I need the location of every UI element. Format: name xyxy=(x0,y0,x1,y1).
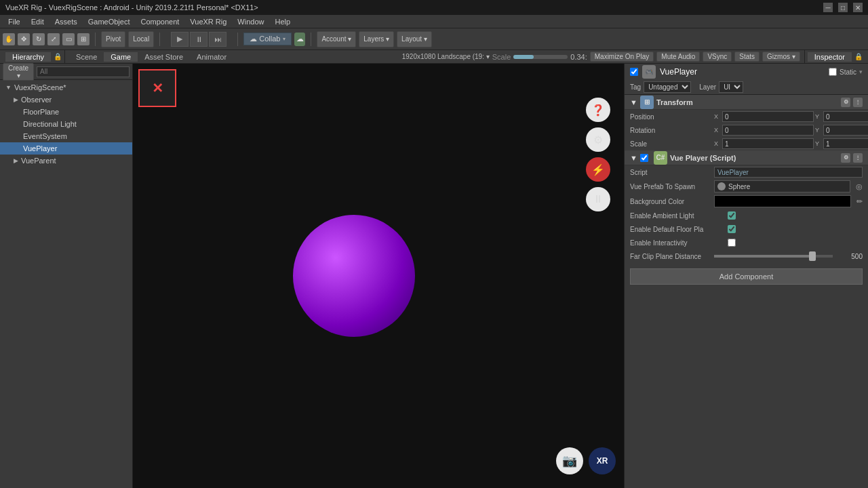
scene-resolution: 1920x1080 Landscape (19: ▾ xyxy=(402,53,490,60)
vue-player-settings-icon[interactable]: ⚙ xyxy=(841,153,850,163)
collab-label: ☁ Collab xyxy=(250,35,280,43)
color-picker-icon[interactable]: ✏ xyxy=(856,197,863,206)
move-tool-icon[interactable]: ✥ xyxy=(18,33,30,45)
hierarchy-item-eventsystem[interactable]: EventSystem xyxy=(0,130,132,142)
vue-player-section-header[interactable]: ▼ C# Vue Player (Script) ⚙ ⋮ xyxy=(625,150,868,165)
account-button[interactable]: Account ▾ xyxy=(317,31,356,47)
vue-player-expand-icon: ▼ xyxy=(630,154,637,162)
hierarchy-lock-icon[interactable]: 🔒 xyxy=(54,53,62,60)
inspector-lock-icon[interactable]: 🔒 xyxy=(854,53,863,60)
hierarchy-search-input[interactable] xyxy=(37,66,130,77)
play-button[interactable]: ▶ xyxy=(171,32,189,47)
far-clip-row: Far Clip Plane Distance 500 xyxy=(625,249,868,263)
local-button[interactable]: Local xyxy=(128,31,154,47)
gizmos-button[interactable]: Gizmos ▾ xyxy=(762,52,800,62)
menu-edit[interactable]: Edit xyxy=(26,16,50,27)
hierarchy-item-vueplayer[interactable]: VuePlayer xyxy=(0,142,132,155)
transform-section-header[interactable]: ▼ ⊞ Transform ⚙ ⋮ xyxy=(625,95,868,110)
script-input[interactable] xyxy=(714,167,863,178)
ambient-light-checkbox[interactable] xyxy=(728,211,736,220)
menu-gameobject[interactable]: GameObject xyxy=(83,16,136,27)
menu-vuexr[interactable]: VueXR Rig xyxy=(184,16,232,27)
scale-tool-icon[interactable]: ⤢ xyxy=(47,33,60,45)
slider-thumb[interactable] xyxy=(809,251,816,261)
static-container: Static ▾ xyxy=(829,68,863,76)
menu-file[interactable]: File xyxy=(3,16,26,27)
selected-object-thumbnail[interactable]: ✕ xyxy=(138,69,176,107)
close-button[interactable]: ✕ xyxy=(853,3,863,12)
scene-canvas[interactable]: ✕ ❓ ⚙ ⚡ ⏸ 📷 XR xyxy=(133,64,624,488)
maximize-button[interactable]: □ xyxy=(838,3,848,12)
tab-hierarchy[interactable]: Hierarchy xyxy=(5,52,51,62)
rotation-label: Rotation xyxy=(630,127,711,134)
menu-window[interactable]: Window xyxy=(232,16,269,27)
layers-label: Layers ▾ xyxy=(363,35,389,43)
object-active-checkbox[interactable] xyxy=(630,68,638,76)
help-button[interactable]: ❓ xyxy=(586,98,610,122)
static-checkbox[interactable] xyxy=(829,68,837,76)
inspector-tag-row: Tag Untagged Layer UI xyxy=(625,80,868,95)
mute-audio-button[interactable]: Mute Audio xyxy=(656,52,700,62)
position-x-input[interactable] xyxy=(722,111,814,122)
static-dropdown[interactable]: ▾ xyxy=(859,68,863,75)
hierarchy-item-vueparent[interactable]: ▶ VueParent xyxy=(0,155,132,167)
add-component-button[interactable]: Add Component xyxy=(630,268,863,285)
tag-select[interactable]: Untagged xyxy=(644,81,691,93)
floorplane-label: FloorPlane xyxy=(14,108,59,116)
menu-component[interactable]: Component xyxy=(135,16,184,27)
transform-overflow-icon[interactable]: ⋮ xyxy=(853,98,863,107)
layer-select[interactable]: UI xyxy=(719,81,743,93)
pivot-button[interactable]: Pivot xyxy=(101,31,125,47)
pause-button[interactable]: ⏸ xyxy=(190,32,208,47)
separator3 xyxy=(237,33,238,46)
vsync-button[interactable]: VSync xyxy=(703,52,732,62)
default-floor-checkbox[interactable] xyxy=(728,225,736,233)
sphere-object xyxy=(293,215,415,337)
pause-overlay-button[interactable]: ⏸ xyxy=(586,187,610,211)
camera-button[interactable]: 📷 xyxy=(556,447,583,474)
scale-y-input[interactable] xyxy=(823,138,868,149)
transform-tool-icon[interactable]: ⊞ xyxy=(77,33,90,45)
hierarchy-item-floorplane[interactable]: FloorPlane xyxy=(0,106,132,118)
stats-button[interactable]: Stats xyxy=(734,52,760,62)
vue-player-overflow-icon[interactable]: ⋮ xyxy=(853,153,863,163)
rotate-tool-icon[interactable]: ↻ xyxy=(33,33,45,45)
layout-button[interactable]: Layout ▾ xyxy=(397,31,432,47)
scale-x-input[interactable] xyxy=(722,138,814,149)
settings-button[interactable]: ⚙ xyxy=(586,127,610,152)
tab-game[interactable]: Game xyxy=(104,52,138,62)
rotation-x-input[interactable] xyxy=(722,125,814,136)
rect-tool-icon[interactable]: ▭ xyxy=(62,33,75,45)
minimize-button[interactable]: ─ xyxy=(823,3,833,12)
tab-inspector[interactable]: Inspector xyxy=(808,52,852,62)
tab-animator[interactable]: Animator xyxy=(190,52,233,62)
hierarchy-item-observer[interactable]: ▶ Observer xyxy=(0,94,132,106)
hierarchy-toolbar: Create ▾ xyxy=(0,64,132,80)
hierarchy-create-button[interactable]: Create ▾ xyxy=(3,63,34,81)
interactivity-checkbox[interactable] xyxy=(728,239,736,247)
prefab-field[interactable]: Sphere xyxy=(714,180,850,192)
step-button[interactable]: ⏭ xyxy=(209,32,226,47)
tab-asset-store[interactable]: Asset Store xyxy=(138,52,190,62)
hierarchy-item-directional-light[interactable]: Directional Light xyxy=(0,118,132,130)
menu-assets[interactable]: Assets xyxy=(50,16,83,27)
hierarchy-item-scene[interactable]: ▼ VuexRigScene* xyxy=(0,81,132,94)
tab-scene[interactable]: Scene xyxy=(69,52,104,62)
vuexr-button[interactable]: ⚡ xyxy=(586,157,610,182)
prefab-target-icon[interactable]: ◎ xyxy=(856,182,863,191)
prefab-label: Vue Prefab To Spawn xyxy=(630,183,711,190)
xr-button[interactable]: XR xyxy=(589,447,616,474)
bg-color-swatch[interactable] xyxy=(714,195,851,207)
layers-button[interactable]: Layers ▾ xyxy=(359,31,394,47)
transform-settings-icon[interactable]: ⚙ xyxy=(841,98,850,107)
far-clip-slider-track[interactable] xyxy=(714,255,833,258)
hand-tool-icon[interactable]: ✋ xyxy=(3,33,15,45)
interactivity-row: Enable Interactivity xyxy=(625,236,868,249)
position-y-input[interactable] xyxy=(823,111,868,122)
maximize-on-play-button[interactable]: Maximize On Play xyxy=(590,52,654,62)
rotation-y-input[interactable] xyxy=(823,125,868,136)
cloud-icon[interactable]: ☁ xyxy=(294,33,305,46)
menu-help[interactable]: Help xyxy=(269,16,296,27)
collab-button[interactable]: ☁ Collab ▾ xyxy=(243,33,292,45)
vue-player-active-checkbox[interactable] xyxy=(640,154,648,162)
